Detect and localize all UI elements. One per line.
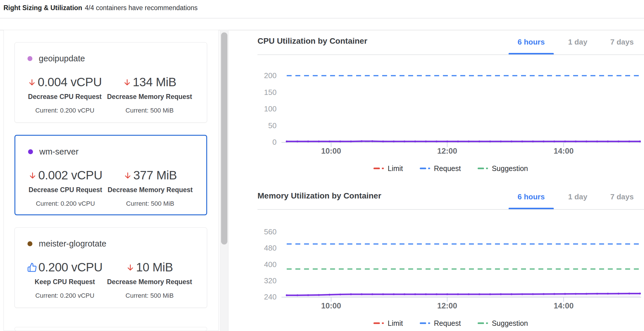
- arrow-down-icon: [28, 171, 37, 180]
- cpu-current-value: Current: 0.200 vCPU: [23, 106, 107, 115]
- cpu-recommendation-value: 0.002 vCPU: [38, 168, 102, 182]
- tab-6-hours[interactable]: 6 hours: [508, 29, 554, 55]
- chart-title: CPU Utilization by Container: [257, 36, 367, 46]
- cpu-recommendation: 0.004 vCPU Decrease CPU Request Current:…: [23, 73, 107, 115]
- cpu-recommendation-action: Keep CPU Request: [23, 277, 107, 286]
- memory-recommendation: 377 MiB Decrease Memory Request Current:…: [107, 166, 194, 208]
- memory-recommendation: 134 MiB Decrease Memory Request Current:…: [106, 73, 193, 115]
- cpu-current-value: Current: 0.200 vCPU: [23, 200, 107, 208]
- legend-label: Limit: [388, 319, 403, 328]
- chart-plot[interactable]: 24032040048056010:0012:0014:00: [257, 210, 644, 311]
- tab-1-day[interactable]: 1 day: [560, 184, 595, 210]
- chart-section-memory: Memory Utilization by Container 6 hours1…: [257, 184, 644, 331]
- container-color-dot: [28, 149, 33, 154]
- arrow-down-icon: [124, 171, 132, 180]
- memory-recommendation-action: Decrease Memory Request: [106, 92, 193, 101]
- legend-dash-icon: [478, 167, 488, 170]
- container-card-header: wm-server: [28, 146, 78, 157]
- arrow-down-icon: [126, 263, 135, 272]
- page-subtitle: 4/4 containers have recommendations: [85, 4, 198, 12]
- cpu-recommendation: 0.002 vCPU Decrease CPU Request Current:…: [23, 166, 107, 208]
- container-card-header: meister-glogrotate: [27, 238, 106, 249]
- thumbs-up-icon: [27, 262, 37, 272]
- container-card-wm-server[interactable]: wm-server 0.002 vCPU Decrease CPU Reques…: [14, 135, 207, 215]
- arrow-down-icon: [123, 78, 131, 87]
- legend-dash-icon: [420, 321, 430, 325]
- legend-item-request: Request: [420, 319, 461, 328]
- memory-recommendation-action: Decrease Memory Request: [106, 277, 193, 286]
- page-title: Right Sizing & Utilization: [3, 4, 82, 12]
- cpu-recommendation-value: 0.200 vCPU: [38, 260, 102, 274]
- legend-item-request: Request: [420, 164, 461, 173]
- memory-recommendation: 10 MiB Decrease Memory Request Current: …: [106, 258, 193, 300]
- cpu-recommendation-action: Decrease CPU Request: [23, 185, 107, 194]
- arrow-down-icon: [28, 78, 36, 87]
- tab-7-days[interactable]: 7 days: [602, 184, 642, 210]
- svg-text:240: 240: [264, 293, 277, 301]
- memory-recommendation-value: 134 MiB: [133, 75, 176, 89]
- cpu-current-value: Current: 0.200 vCPU: [23, 292, 107, 300]
- chart-title: Memory Utilization by Container: [257, 191, 381, 201]
- header-divider: [0, 18, 644, 19]
- container-card-meister-glogrotate[interactable]: meister-glogrotate 0.200 vCPU Keep CPU R…: [14, 227, 207, 308]
- legend-dash-icon: [373, 167, 384, 170]
- legend-label: Request: [434, 164, 461, 173]
- legend-label: Suggestion: [492, 164, 528, 173]
- chart-plot[interactable]: 05010015020010:0012:0014:00: [257, 55, 644, 156]
- chart-section-cpu: CPU Utilization by Container 6 hours1 da…: [257, 29, 644, 185]
- page-header: Right Sizing & Utilization 4/4 container…: [3, 4, 198, 12]
- legend-item-limit: Limit: [373, 164, 403, 173]
- container-card-geoipupdate[interactable]: geoipupdate 0.004 vCPU Decrease CPU Requ…: [14, 42, 207, 123]
- container-name: meister-glogrotate: [39, 239, 106, 249]
- legend-item-suggestion: Suggestion: [478, 164, 528, 173]
- svg-text:480: 480: [264, 244, 277, 252]
- legend-item-suggestion: Suggestion: [478, 319, 528, 328]
- memory-current-value: Current: 500 MiB: [106, 106, 193, 115]
- container-color-dot: [27, 241, 32, 246]
- legend-dash-icon: [373, 321, 384, 325]
- cpu-recommendation-value: 0.004 vCPU: [38, 75, 102, 89]
- legend-label: Limit: [388, 164, 403, 173]
- svg-text:14:00: 14:00: [554, 301, 574, 310]
- svg-text:560: 560: [264, 227, 277, 236]
- legend-label: Suggestion: [492, 319, 528, 328]
- chart-legend: LimitRequestSuggestion: [257, 163, 644, 173]
- chart-legend: LimitRequestSuggestion: [257, 318, 644, 328]
- tab-6-hours[interactable]: 6 hours: [508, 184, 554, 210]
- cpu-recommendation: 0.200 vCPU Keep CPU Request Current: 0.2…: [23, 258, 107, 300]
- container-name: geoipupdate: [39, 54, 85, 63]
- svg-text:200: 200: [264, 71, 277, 80]
- svg-text:400: 400: [264, 260, 277, 269]
- legend-dash-icon: [478, 321, 488, 325]
- svg-text:100: 100: [264, 104, 277, 113]
- container-name: wm-server: [39, 147, 78, 157]
- legend-label: Request: [434, 319, 461, 328]
- svg-text:0: 0: [273, 138, 277, 146]
- scrollbar-thumb[interactable]: [221, 32, 227, 244]
- svg-text:150: 150: [264, 88, 277, 97]
- memory-recommendation-value: 10 MiB: [136, 260, 173, 274]
- svg-text:320: 320: [264, 276, 277, 285]
- legend-dash-icon: [420, 167, 430, 170]
- cpu-recommendation-action: Decrease CPU Request: [23, 92, 107, 101]
- memory-recommendation-value: 377 MiB: [133, 168, 177, 182]
- svg-text:14:00: 14:00: [554, 147, 574, 155]
- svg-text:12:00: 12:00: [437, 301, 457, 310]
- right-sizing-page: { "header": { "title": "Right Sizing & U…: [0, 0, 644, 331]
- tab-7-days[interactable]: 7 days: [602, 29, 642, 55]
- legend-item-limit: Limit: [373, 319, 403, 328]
- container-card-partial[interactable]: [14, 327, 207, 331]
- svg-text:10:00: 10:00: [321, 301, 341, 310]
- svg-text:50: 50: [268, 121, 277, 130]
- svg-text:10:00: 10:00: [321, 147, 341, 155]
- svg-text:12:00: 12:00: [437, 147, 457, 155]
- container-card-header: geoipupdate: [27, 53, 85, 64]
- memory-current-value: Current: 500 MiB: [106, 292, 193, 300]
- memory-recommendation-action: Decrease Memory Request: [107, 185, 194, 194]
- memory-current-value: Current: 500 MiB: [107, 200, 194, 208]
- tab-1-day[interactable]: 1 day: [560, 29, 595, 55]
- container-color-dot: [27, 56, 32, 61]
